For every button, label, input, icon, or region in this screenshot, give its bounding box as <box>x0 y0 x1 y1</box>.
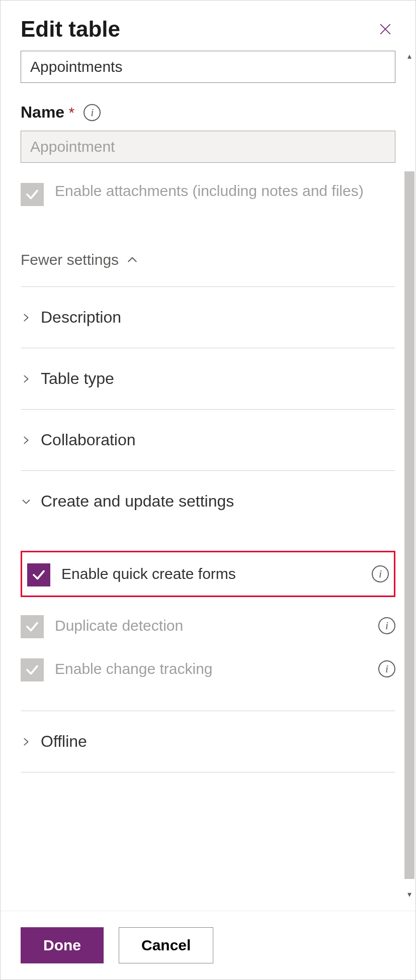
check-icon <box>25 662 40 677</box>
scroll-down-arrow[interactable]: ▾ <box>404 889 414 899</box>
info-icon[interactable]: i <box>378 617 395 634</box>
check-icon <box>31 567 46 582</box>
scrollbar-thumb[interactable] <box>404 171 414 879</box>
section-collaboration-label: Collaboration <box>41 431 136 449</box>
required-indicator: * <box>69 104 75 121</box>
change-tracking-label: Enable change tracking <box>55 660 213 677</box>
section-description[interactable]: Description <box>21 287 395 348</box>
info-icon[interactable]: i <box>378 660 395 677</box>
done-button[interactable]: Done <box>21 927 104 963</box>
attachments-label: Enable attachments (including notes and … <box>55 181 364 202</box>
duplicate-label: Duplicate detection <box>55 617 183 634</box>
quick-create-checkbox[interactable] <box>27 563 50 586</box>
quick-create-label: Enable quick create forms <box>61 565 236 582</box>
check-icon <box>25 187 40 202</box>
duplicate-detection-row: Duplicate detection i <box>21 604 395 647</box>
create-update-body: Enable quick create forms i Duplicate de… <box>21 532 395 711</box>
fewer-settings-toggle[interactable]: Fewer settings <box>21 251 395 268</box>
panel-header: Edit table <box>1 1 415 51</box>
cancel-button[interactable]: Cancel <box>119 927 213 963</box>
attachments-row: Enable attachments (including notes and … <box>21 181 395 206</box>
chevron-right-icon <box>21 373 32 384</box>
chevron-down-icon <box>21 496 32 507</box>
highlight-quick-create: Enable quick create forms i <box>21 551 395 597</box>
scrollbar[interactable]: ▴ ▾ <box>404 51 414 899</box>
panel-content: Name * i Appointment Enable attachments … <box>1 51 415 911</box>
fewer-settings-label: Fewer settings <box>21 251 119 268</box>
panel-footer: Done Cancel <box>1 911 415 979</box>
close-button[interactable] <box>375 19 395 39</box>
panel-title: Edit table <box>21 17 120 42</box>
section-table-type-label: Table type <box>41 369 114 388</box>
section-create-update[interactable]: Create and update settings <box>21 471 395 532</box>
change-tracking-row: Enable change tracking i <box>21 647 395 691</box>
scrollbar-track[interactable] <box>404 51 414 899</box>
section-offline-label: Offline <box>41 732 87 751</box>
close-icon <box>378 22 392 36</box>
chevron-right-icon <box>21 312 32 323</box>
section-collaboration[interactable]: Collaboration <box>21 410 395 471</box>
chevron-right-icon <box>21 736 32 747</box>
name-input: Appointment <box>21 131 395 163</box>
attachments-checkbox <box>21 183 44 206</box>
duplicate-checkbox <box>21 615 44 638</box>
display-name-input[interactable] <box>21 51 395 83</box>
section-table-type[interactable]: Table type <box>21 348 395 410</box>
check-icon <box>25 619 40 634</box>
section-description-label: Description <box>41 308 121 327</box>
name-label: Name <box>21 103 64 121</box>
info-icon[interactable]: i <box>84 104 101 121</box>
chevron-up-icon <box>126 253 139 266</box>
name-label-row: Name * i <box>21 103 395 122</box>
section-offline[interactable]: Offline <box>21 711 395 772</box>
change-tracking-checkbox <box>21 658 44 681</box>
info-icon[interactable]: i <box>372 565 389 582</box>
chevron-right-icon <box>21 435 32 446</box>
section-create-update-label: Create and update settings <box>41 492 234 511</box>
edit-table-panel: Edit table Name * i Appointment Enable a… <box>0 0 416 980</box>
